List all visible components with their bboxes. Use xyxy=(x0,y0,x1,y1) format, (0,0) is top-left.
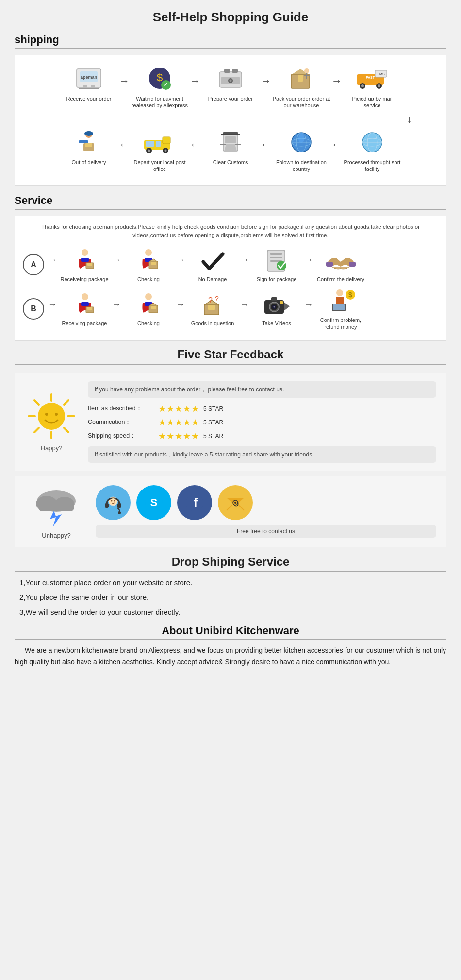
service-item-b-receive: Receiving package xyxy=(58,291,111,327)
svg-rect-72 xyxy=(326,262,333,267)
svg-rect-82 xyxy=(151,306,156,309)
flow-label-prepare: Prepare your order xyxy=(208,95,253,109)
stars-1: ★★★★★ xyxy=(158,404,199,414)
feedback-bubble-2: If satisfied with our products，kindly le… xyxy=(88,446,436,463)
a-receive-icon xyxy=(69,247,100,275)
flow-item-mail: FAST EMS Picjed up by mail service xyxy=(343,64,401,109)
contact-bubble: Free free to contact us xyxy=(96,525,436,538)
svg-text:EMS: EMS xyxy=(377,72,385,76)
main-title: Self-Help Shopping Guide xyxy=(15,10,446,25)
svg-point-41 xyxy=(165,149,167,152)
svg-point-15 xyxy=(230,80,232,82)
svg-point-123 xyxy=(118,511,121,514)
svg-rect-45 xyxy=(225,136,236,143)
svg-rect-75 xyxy=(81,302,89,306)
contact-email xyxy=(218,485,253,520)
sort-icon xyxy=(355,128,389,157)
arrow-b1: → xyxy=(111,300,122,310)
contact-icons: S f xyxy=(96,485,436,520)
arrow-7: ← xyxy=(260,138,272,151)
rating-label-1: Item as described： xyxy=(88,405,158,413)
out-delivery-icon xyxy=(72,128,106,157)
drop-list: 1,Your customer place order on your webs… xyxy=(15,577,446,618)
service-item-b-check: Checking xyxy=(122,291,175,327)
flow-label-out-delivery: Out of delivery xyxy=(72,159,106,172)
svg-rect-69 xyxy=(270,257,282,258)
svg-point-39 xyxy=(148,149,150,152)
arrow-1: → xyxy=(118,75,131,87)
svg-rect-118 xyxy=(105,503,109,508)
arrow-b3: → xyxy=(239,300,250,310)
svg-point-58 xyxy=(82,249,88,256)
arrow-8: ← xyxy=(330,138,343,151)
b-video-label: Take Videos xyxy=(262,320,291,327)
svg-rect-34 xyxy=(79,140,88,143)
svg-point-78 xyxy=(145,293,152,300)
svg-point-62 xyxy=(145,249,152,256)
svg-text:?: ? xyxy=(215,295,219,303)
svg-rect-94 xyxy=(280,301,283,304)
flow-item-payment: $ ✓ Waiting for payment realeased by Ali… xyxy=(131,64,189,109)
about-text: We are a newborn kitchenware brand on Al… xyxy=(15,645,446,668)
arrow-a0: → xyxy=(47,255,58,265)
flow-label-depart: Depart your local post office xyxy=(131,159,189,173)
unhappy-section: Unhappy? xyxy=(15,476,446,547)
arrow-4: → xyxy=(330,75,343,87)
feedback-bubble-1: if you have any problems about the order… xyxy=(88,381,436,398)
b-refund-icon: $ xyxy=(325,287,357,316)
svg-rect-49 xyxy=(221,134,240,135)
arrow-b4: → xyxy=(303,300,314,310)
svg-point-30 xyxy=(378,84,380,87)
svg-rect-3 xyxy=(91,85,95,88)
svg-rect-11 xyxy=(224,69,230,73)
flow-label-receive: Receive your order xyxy=(66,95,112,109)
svg-text:FAST: FAST xyxy=(366,76,375,79)
arrow-down: ↓ xyxy=(20,113,441,126)
flow-label-customs: Clear Customs xyxy=(213,159,248,172)
flow-item-prepare: Prepare your order xyxy=(201,64,260,109)
svg-rect-42 xyxy=(146,141,154,147)
b-check-label: Checking xyxy=(137,320,160,327)
svg-line-107 xyxy=(64,400,68,405)
svg-rect-33 xyxy=(85,143,92,147)
svg-point-109 xyxy=(38,403,65,430)
svg-rect-2 xyxy=(83,85,87,88)
drop-item-1: 1,Your customer place order on your webs… xyxy=(19,577,442,589)
arrow-a1: → xyxy=(111,255,122,265)
flow-label-pack: Pack your order order at our warehouse xyxy=(272,95,330,109)
b-question-label: Goods in question xyxy=(191,320,234,327)
feedback-divider xyxy=(15,364,446,365)
label-b: B xyxy=(23,298,44,320)
svg-line-106 xyxy=(64,428,68,432)
arrow-a3: → xyxy=(239,255,250,265)
service-row-a: A → Receiveing package xyxy=(23,247,438,283)
stars-3: ★★★★★ xyxy=(158,431,199,441)
service-item-a-nodamage: No Damage xyxy=(186,247,239,283)
svg-rect-66 xyxy=(151,262,156,265)
svg-point-96 xyxy=(336,289,343,296)
svg-rect-93 xyxy=(271,297,277,301)
svg-rect-119 xyxy=(117,503,121,508)
svg-point-133 xyxy=(234,502,236,504)
shipping-flow: apeman Receive your order → $ ✓ Waiting … xyxy=(15,55,446,186)
flow-item-destination: Folown to destination country xyxy=(272,128,330,173)
svg-point-122 xyxy=(114,500,115,502)
shipping-row-1: apeman Receive your order → $ ✓ Waiting … xyxy=(20,64,441,109)
svg-text:S: S xyxy=(150,496,158,508)
flow-label-mail: Picjed up by mail service xyxy=(343,95,401,109)
flow-item-customs: Clear Customs xyxy=(201,128,260,172)
svg-point-28 xyxy=(361,84,364,87)
arrow-a2: → xyxy=(175,255,186,265)
svg-point-35 xyxy=(84,131,93,136)
rating-row-2: Coumnication： ★★★★★ 5 STAR xyxy=(88,417,436,428)
svg-rect-37 xyxy=(163,137,170,144)
svg-rect-61 xyxy=(87,263,92,266)
arrow-3: → xyxy=(260,75,272,87)
drop-title: Drop Shiping Service xyxy=(15,555,446,569)
a-sign-icon xyxy=(261,247,293,275)
svg-rect-12 xyxy=(232,69,238,73)
arrow-a4: → xyxy=(303,255,314,265)
svg-point-111 xyxy=(55,413,58,416)
svg-rect-77 xyxy=(87,307,92,310)
svg-rect-115 xyxy=(38,504,74,511)
